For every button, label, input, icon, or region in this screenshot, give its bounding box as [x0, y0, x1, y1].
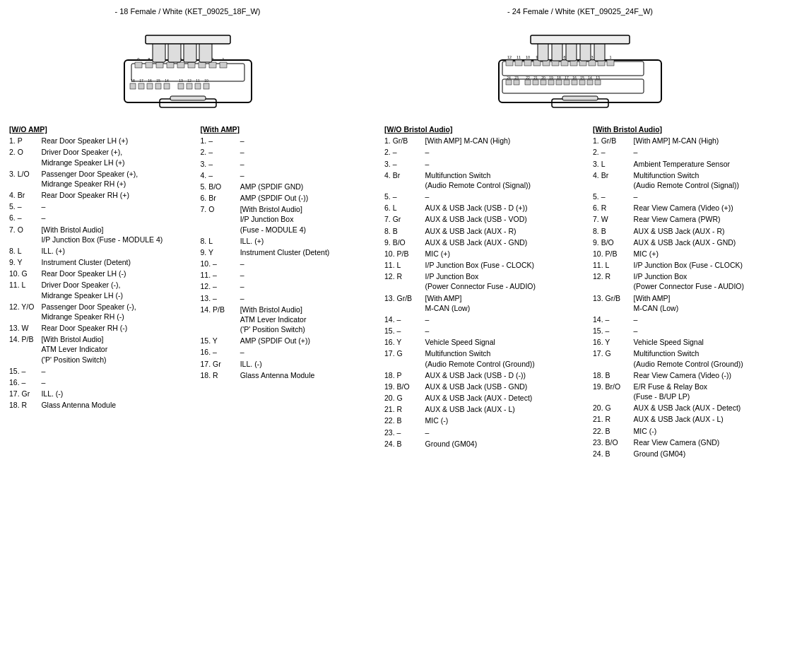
pin-num: 7. O: [7, 224, 39, 245]
svg-rect-76: [525, 80, 531, 85]
pin-num: 15. Y: [199, 335, 238, 346]
svg-rect-92: [587, 80, 593, 85]
pin-num: 16. Y: [591, 336, 632, 348]
svg-rect-86: [564, 80, 569, 85]
pin-num: 17. Gr: [199, 358, 238, 370]
main-container: - 18 Female / White (KET_09025_18F_W): [7, 7, 778, 459]
pin-desc: [With AMP]M-CAN (Low): [632, 293, 778, 314]
svg-text:14: 14: [588, 76, 592, 80]
right-with-bristol-col: [With Bristol Audio] 1. Gr/B[With AMP] M…: [591, 124, 778, 459]
svg-rect-34: [195, 83, 201, 89]
pin-desc: AUX & USB Jack (AUX - L): [632, 413, 778, 425]
pin-desc: –: [238, 170, 368, 181]
pin-num: 16. –: [7, 377, 39, 388]
svg-rect-5: [167, 62, 174, 68]
pin-desc: Glass Antenna Module: [238, 370, 368, 381]
pin-desc: Rear View Camera (PWR): [632, 213, 778, 225]
pin-desc: Multifunction Switch(Audio Remote Contro…: [632, 170, 778, 191]
pin-num: 20. G: [591, 402, 632, 413]
svg-rect-7: [188, 62, 195, 68]
pin-desc: Ambient Temperature Sensor: [632, 158, 778, 170]
pin-num: 18. R: [7, 399, 39, 411]
svg-text:14: 14: [165, 78, 169, 83]
pin-desc: [With Bristol Audio]I/P Junction Box (Fu…: [39, 224, 177, 245]
svg-rect-97: [562, 96, 598, 100]
pin-num: 18. B: [591, 370, 632, 381]
pin-desc: ILL. (+): [238, 235, 368, 247]
pin-desc: ILL. (-): [39, 388, 177, 399]
pin-desc: AUX & USB Jack (USB - D (+)): [423, 202, 569, 213]
svg-rect-47: [506, 60, 513, 66]
pin-num: 12. R: [382, 271, 423, 292]
svg-rect-30: [178, 83, 184, 89]
pin-desc: Glass Antenna Module: [39, 399, 177, 411]
svg-text:22: 22: [526, 76, 530, 80]
svg-rect-49: [515, 60, 522, 66]
svg-text:24: 24: [507, 76, 511, 80]
pin-num: 9. B/O: [591, 237, 632, 248]
svg-text:12: 12: [507, 55, 512, 59]
svg-text:18: 18: [557, 76, 561, 80]
pin-num: 6. L: [382, 202, 423, 213]
pin-num: 14. –: [591, 314, 632, 325]
svg-text:1: 1: [609, 55, 611, 59]
pin-desc: Driver Door Speaker (+),Midrange Speaker…: [39, 146, 177, 167]
pin-desc: Rear Door Speaker RH (+): [39, 189, 177, 201]
right-w-bristol-header: [With Bristol Audio]: [591, 124, 778, 135]
pin-num: 9. B/O: [382, 237, 423, 248]
svg-text:10: 10: [204, 78, 208, 83]
right-panel: - 24 Female / White (KET_09025_24F_W) 12…: [382, 7, 778, 459]
pin-desc: MIC (+): [423, 248, 569, 259]
svg-rect-51: [524, 60, 531, 66]
pin-desc: –: [423, 427, 569, 438]
pin-desc: I/P Junction Box(Power Connector Fuse - …: [632, 271, 778, 292]
pin-desc: –: [423, 146, 569, 158]
pin-num: 15. –: [591, 325, 632, 336]
pin-num: 13. Gr/B: [591, 293, 632, 314]
left-wo-amp-header: [W/O AMP]: [7, 124, 177, 135]
pin-desc: AUX & USB Jack (AUX - L): [423, 403, 569, 415]
pin-num: 11. L: [7, 279, 39, 300]
pin-desc: [With AMP]M-CAN (Low): [423, 293, 569, 314]
pin-desc: Rear View Camera (Video (-)): [632, 370, 778, 381]
pin-desc: Vehicle Speed Signal: [423, 336, 569, 348]
svg-rect-2: [135, 62, 142, 68]
pin-num: 7. O: [199, 204, 238, 235]
pin-num: 11. L: [591, 259, 632, 271]
pin-desc: Multifunction Switch(Audio Remote Contro…: [423, 170, 569, 191]
pin-desc: AUX & USB Jack (AUX - R): [632, 225, 778, 237]
pin-num: 4. Br: [591, 170, 632, 191]
pin-num: 2. O: [7, 146, 39, 167]
pin-desc: –: [423, 314, 569, 325]
pin-desc: Passenger Door Speaker (-),Midrange Spea…: [39, 301, 177, 322]
svg-rect-88: [572, 80, 577, 85]
pin-desc: –: [423, 191, 569, 202]
pin-num: 22. B: [591, 425, 632, 437]
svg-rect-103: [531, 35, 630, 44]
pin-desc: AUX & USB Jack (AUX - GND): [632, 237, 778, 248]
right-without-bristol-col: [W/O Bristol Audio] 1. Gr/B[With AMP] M-…: [382, 124, 569, 459]
svg-text:13: 13: [179, 78, 183, 83]
pin-num: 8. L: [7, 245, 39, 257]
pin-num: 2. –: [591, 146, 632, 158]
pin-desc: AMP (SPDIF Out (+)): [238, 335, 368, 346]
pin-num: 17. G: [382, 348, 423, 369]
pin-num: 19. Br/O: [591, 381, 632, 402]
pin-num: 10. P/B: [591, 248, 632, 259]
svg-rect-94: [595, 80, 601, 85]
svg-text:16: 16: [148, 78, 152, 83]
pin-num: 4. Br: [7, 189, 39, 201]
pin-desc: I/P Junction Box(Power Connector Fuse - …: [423, 271, 569, 292]
svg-text:10: 10: [526, 55, 530, 59]
pin-num: 7. Gr: [382, 213, 423, 225]
left-panel: - 18 Female / White (KET_09025_18F_W): [7, 7, 368, 459]
svg-rect-28: [164, 83, 170, 89]
pin-desc: AUX & USB Jack (AUX - Detect): [423, 392, 569, 403]
svg-rect-84: [556, 80, 562, 85]
pin-num: 2. –: [199, 146, 238, 158]
pin-desc: Vehicle Speed Signal: [632, 336, 778, 348]
pin-num: 1. –: [199, 135, 238, 146]
left-w-amp-header: [With AMP]: [199, 124, 369, 135]
pin-desc: –: [238, 158, 368, 170]
pin-num: 1. Gr/B: [382, 135, 423, 146]
